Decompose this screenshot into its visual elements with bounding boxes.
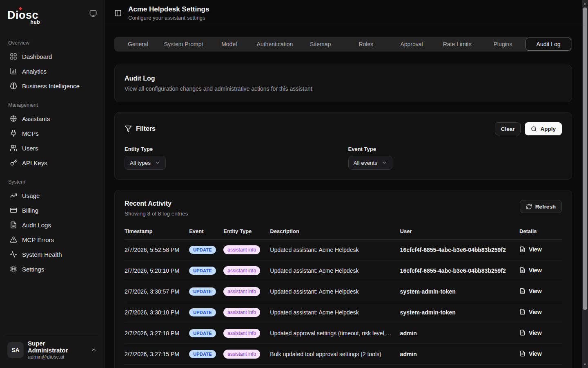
- scroll-up-arrow-icon[interactable]: ▲: [582, 0, 588, 7]
- scroll-down-arrow-icon[interactable]: ▼: [582, 361, 588, 368]
- sidebar-item-settings[interactable]: Settings: [6, 262, 98, 276]
- recent-activity-count: Showing 8 of 8 log entries: [125, 211, 188, 217]
- entity-type-select[interactable]: All types: [125, 156, 166, 170]
- cell-description: Updated assistant: Acme Helpdesk: [270, 260, 400, 281]
- sidebar-section-system: System: [8, 179, 96, 185]
- sidebar-item-audit-logs[interactable]: Audit Logs: [6, 218, 98, 232]
- event-badge: UPDATE: [189, 267, 216, 275]
- tab-model[interactable]: Model: [206, 38, 252, 51]
- view-details-button[interactable]: View: [519, 350, 542, 357]
- sidebar-item-label: Analytics: [22, 68, 47, 75]
- sidebar-item-label: Billing: [22, 207, 38, 214]
- tab-plugins[interactable]: Plugins: [480, 38, 526, 51]
- apply-button[interactable]: Apply: [525, 122, 562, 135]
- sidebar-item-billing[interactable]: Billing: [6, 203, 98, 217]
- view-label: View: [529, 330, 542, 336]
- entity-type-label: Entity Type: [125, 146, 339, 152]
- tab-audit-log[interactable]: Audit Log: [526, 38, 571, 51]
- users-icon: [10, 144, 17, 152]
- col-timestamp: Timestamp: [125, 224, 189, 240]
- sidebar-item-dashboard[interactable]: Dashboard: [6, 49, 98, 63]
- sidebar-item-users[interactable]: Users: [6, 141, 98, 155]
- cell-description: Updated assistant: Acme Helpdesk: [270, 281, 400, 302]
- sidebar-toggle-button[interactable]: [114, 9, 122, 17]
- dashboard-grid-icon: [10, 53, 17, 60]
- sidebar-item-label: Business Intelligence: [22, 83, 80, 90]
- table-row: 2/7/2026, 3:30:10 PM UPDATE assistant in…: [125, 302, 562, 323]
- sidebar-item-label: MCP Errors: [22, 236, 54, 243]
- view-details-button[interactable]: View: [519, 288, 542, 294]
- cell-timestamp: 2/7/2026, 3:30:10 PM: [125, 302, 189, 323]
- file-text-icon: [519, 309, 526, 315]
- gear-icon: [10, 265, 17, 273]
- tab-roles[interactable]: Roles: [343, 38, 389, 51]
- user-menu[interactable]: SA Super Administrator admin@diosc.ai: [6, 334, 98, 361]
- audit-log-card: Audit Log View all configuration changes…: [114, 65, 572, 102]
- table-header-row: Timestamp Event Entity Type Description …: [125, 224, 562, 240]
- entity-badge: assistant info: [223, 329, 260, 338]
- col-user: User: [400, 224, 519, 240]
- alert-triangle-icon: [10, 236, 17, 243]
- event-type-label: Event Type: [348, 146, 562, 152]
- file-text-icon: [519, 350, 526, 357]
- sidebar-item-business-intelligence[interactable]: Business Intelligence: [6, 79, 98, 93]
- recent-activity-card: Recent Activity Showing 8 of 8 log entri…: [114, 190, 572, 368]
- vertical-scrollbar[interactable]: ▲ ▼: [582, 0, 588, 368]
- tab-sitemap[interactable]: Sitemap: [298, 38, 343, 51]
- entity-badge: assistant info: [223, 308, 260, 317]
- cell-user: 16cfcf4f-6855-4abc-b3e6-04bb83b259f2: [400, 260, 519, 281]
- tab-authentication[interactable]: Authentication: [252, 38, 298, 51]
- main-area: Acme Helpdesk Settings Configure your as…: [105, 0, 582, 368]
- sidebar-item-assistants[interactable]: Assistants: [6, 112, 98, 126]
- sidebar-item-analytics[interactable]: Analytics: [6, 64, 98, 78]
- sidebar-item-label: Users: [22, 145, 38, 152]
- table-row: 2/7/2026, 3:27:15 PM UPDATE assistant in…: [125, 344, 562, 365]
- tab-approval[interactable]: Approval: [389, 38, 434, 51]
- sidebar: Diosc hub Overview Dashboard Analytics B…: [0, 0, 105, 368]
- view-label: View: [529, 267, 542, 274]
- settings-tabs: General System Prompt Model Authenticati…: [114, 37, 572, 52]
- sidebar-item-label: Assistants: [22, 115, 50, 122]
- sidebar-item-label: Audit Logs: [22, 222, 51, 229]
- cell-description: Updated assistant: Acme Helpdesk: [270, 302, 400, 323]
- view-details-button[interactable]: View: [519, 309, 542, 315]
- event-badge: UPDATE: [189, 308, 216, 316]
- tab-general[interactable]: General: [115, 38, 161, 51]
- event-badge: UPDATE: [189, 287, 216, 296]
- display-mode-button[interactable]: [89, 10, 97, 19]
- tab-rate-limits[interactable]: Rate Limits: [434, 38, 480, 51]
- brand-suffix: hub: [31, 20, 40, 25]
- user-email: admin@diosc.ai: [28, 354, 87, 360]
- sidebar-item-mcps[interactable]: MCPs: [6, 126, 98, 140]
- sidebar-item-label: Usage: [22, 192, 40, 199]
- page-title: Acme Helpdesk Settings: [128, 5, 209, 13]
- sidebar-item-usage[interactable]: Usage: [6, 188, 98, 202]
- col-details: Details: [519, 224, 562, 240]
- sidebar-item-api-keys[interactable]: API Keys: [6, 156, 98, 170]
- sidebar-item-label: Dashboard: [22, 53, 52, 60]
- plug-icon: [10, 130, 17, 137]
- globe-icon: [10, 115, 17, 122]
- refresh-icon: [526, 204, 532, 210]
- sidebar-item-system-health[interactable]: System Health: [6, 247, 98, 261]
- refresh-button[interactable]: Refresh: [520, 200, 562, 213]
- view-label: View: [529, 246, 542, 253]
- apply-button-label: Apply: [540, 126, 556, 132]
- view-details-button[interactable]: View: [519, 246, 542, 253]
- view-label: View: [529, 288, 542, 294]
- tab-system-prompt[interactable]: System Prompt: [161, 38, 207, 51]
- brain-icon: [10, 82, 17, 90]
- key-icon: [10, 159, 17, 166]
- table-row: 2/7/2026, 3:30:57 PM UPDATE assistant in…: [125, 281, 562, 302]
- cell-timestamp: 2/7/2026, 5:20:10 PM: [125, 260, 189, 281]
- audit-log-table: Timestamp Event Entity Type Description …: [125, 224, 562, 365]
- event-badge: UPDATE: [189, 329, 216, 337]
- chevron-down-icon: [381, 160, 387, 166]
- event-type-select[interactable]: All events: [348, 156, 393, 170]
- cell-description: Bulk updated tool approval settings (2 t…: [270, 344, 400, 365]
- view-details-button[interactable]: View: [519, 267, 542, 274]
- sidebar-item-mcp-errors[interactable]: MCP Errors: [6, 233, 98, 247]
- view-details-button[interactable]: View: [519, 330, 542, 336]
- clear-button[interactable]: Clear: [495, 122, 521, 135]
- scrollbar-thumb[interactable]: [583, 7, 587, 310]
